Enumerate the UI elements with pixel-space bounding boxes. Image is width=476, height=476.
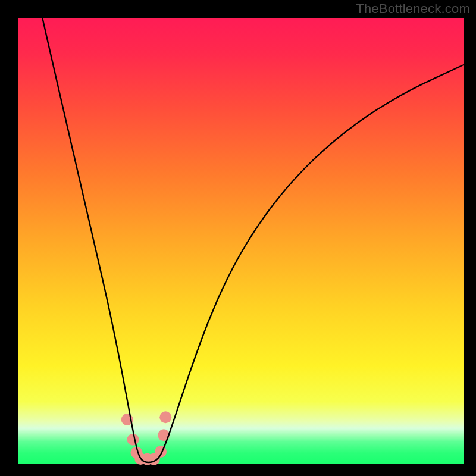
marker-dot: [127, 434, 139, 446]
bottleneck-chart: [0, 0, 476, 476]
chart-frame: TheBottleneck.com: [0, 0, 476, 476]
marker-dot: [159, 411, 171, 423]
watermark-text: TheBottleneck.com: [356, 1, 470, 17]
gradient-background: [18, 18, 464, 464]
